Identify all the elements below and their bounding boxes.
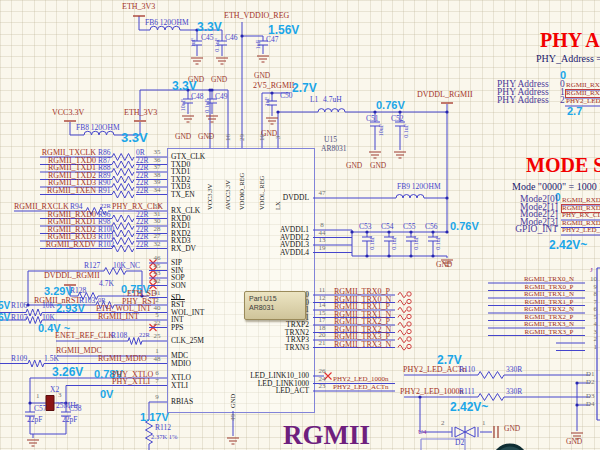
diff-pair-directive [398, 323, 406, 328]
voltage-annotation: 1.17V [140, 411, 169, 423]
component-ref-value[interactable]: L1 [310, 96, 318, 104]
section-formula: PHY_Address = [536, 54, 600, 64]
component-ref-value[interactable]: 0R [98, 297, 106, 304]
net-label[interactable]: PHY2_LED_ACTn [403, 366, 467, 374]
junction-dot [431, 254, 434, 257]
component-ref-value[interactable]: R110 [459, 366, 475, 374]
net-label[interactable]: RGMII_TRX3_N [515, 321, 583, 328]
component-ref-value[interactable]: R108 [111, 332, 127, 340]
component-ref-value[interactable]: R112 [155, 424, 171, 432]
net-label[interactable]: RGMII_TRX3_P [515, 329, 583, 336]
pin-name: GND [229, 388, 236, 408]
component-ref-value[interactable]: R91 [98, 187, 111, 195]
designator[interactable]: J [590, 267, 593, 274]
net-label[interactable]: DVDDL_RGMII [44, 272, 100, 280]
net-label[interactable]: RGMII_MDIO [98, 355, 147, 363]
resistor-symbol [112, 230, 134, 237]
component-ref-value[interactable]: C54 [381, 223, 394, 231]
component-ref-value[interactable]: C49 [215, 93, 228, 101]
net-label[interactable]: ENET_REF_CLK [55, 332, 114, 340]
component-ref-value[interactable]: C57 [34, 405, 47, 413]
component-ref-value[interactable]: R106 [11, 302, 27, 310]
net-label[interactable]: RGMII_TRX1_N [515, 291, 583, 298]
component-ref-value[interactable]: R109 [11, 355, 27, 363]
component-ref-value[interactable]: C47 [266, 36, 279, 44]
component-ref-value[interactable]: 1.5K [44, 355, 59, 363]
component-ref-value[interactable]: C45 [201, 34, 214, 42]
designator[interactable]: U15 [324, 136, 337, 144]
capacitor-value: 0.1uF [403, 124, 409, 138]
component-ref-value[interactable]: C55 [403, 223, 416, 231]
net-label[interactable]: PHY_XTLI [112, 378, 150, 386]
component-ref-value[interactable]: 4.7uH [323, 96, 342, 104]
component-ref-value[interactable]: 330R [506, 388, 522, 396]
net-label[interactable]: PHY2_LED_1000n [333, 376, 389, 383]
designator[interactable]: AR8031 [321, 145, 346, 153]
component-ref-value[interactable]: D2 [455, 439, 464, 447]
net-label[interactable]: RGMII_TRX3_N [334, 341, 394, 349]
component-ref-value[interactable]: R102 [98, 241, 114, 249]
component-ref-value[interactable]: C58 [69, 405, 82, 413]
component-ref-value[interactable]: R107 [11, 314, 27, 322]
component-ref-value[interactable]: C51 [366, 115, 379, 123]
component-ref-value[interactable]: C56 [425, 223, 438, 231]
component-ref-value[interactable]: 2.37K 1% [151, 434, 177, 441]
pin-number: 4 [207, 131, 214, 145]
net-label[interactable]: ETH_3V3 [124, 109, 157, 117]
net-label[interactable]: RGMII_RXD0 [566, 82, 600, 89]
component-ref-value[interactable]: 4.7K [99, 280, 114, 288]
component-ref-value[interactable]: 22R [136, 241, 149, 249]
net-label[interactable]: ETH_VDDIO_REG [224, 12, 289, 20]
pin-name: VCC3.3V [206, 152, 213, 210]
pin-number: 8 [314, 222, 330, 229]
component-ref-value[interactable]: C50 [280, 92, 293, 100]
assignment-row-label: GPIO_INT [498, 225, 558, 235]
pin-number: 6 [585, 306, 597, 313]
component-ref-value[interactable]: C48 [191, 93, 204, 101]
component-ref-value[interactable]: C52 [391, 115, 404, 123]
component-ref-value[interactable]: C53 [359, 223, 372, 231]
component-ref-value[interactable]: 22pF [27, 416, 42, 424]
component-ref-value[interactable]: 10K [42, 314, 55, 322]
net-label[interactable]: RGMII_TXEN [40, 187, 96, 195]
component-ref-value[interactable]: FB9 120OHM [397, 183, 441, 191]
net-label[interactable]: RGMII_TRX2_N [515, 306, 583, 313]
voltage-annotation: 3.26V [52, 365, 83, 379]
voltage-annotation: 2.7 [567, 105, 582, 117]
component-ref-value[interactable]: R127 [84, 262, 100, 270]
net-label[interactable]: PHY2_LED_ [562, 227, 600, 234]
component-ref-value[interactable]: 22R [100, 203, 111, 210]
net-label[interactable]: RGMII_RXD [562, 197, 600, 204]
component-ref-value[interactable]: 22R [136, 187, 149, 195]
component-ref-value[interactable]: FB6 120OHM [145, 19, 189, 27]
net-label[interactable]: PHY_RX_CL [562, 212, 600, 219]
capacitor-value: 0.1uF [369, 236, 375, 250]
gnd-symbol [216, 58, 228, 64]
component-ref-value[interactable]: C46 [225, 34, 238, 42]
pin-number: 21 [314, 340, 330, 347]
net-label[interactable]: PHY2_LED_ [566, 98, 600, 105]
component-ref-value[interactable]: 330R [506, 366, 522, 374]
net-label[interactable]: DVDDL_RGMII [417, 91, 473, 99]
component-ref-value[interactable]: R111 [459, 388, 475, 396]
net-label[interactable]: PHY2_LED_ACTn [333, 384, 389, 391]
section-formula: Mode "0000" = 1000 B [512, 182, 600, 192]
component-ref-value[interactable]: 10K_NC [113, 262, 140, 270]
net-label[interactable]: RGMII_MDC [56, 347, 102, 355]
net-label[interactable]: RGMII_TRX0_N [515, 276, 583, 283]
net-label[interactable]: RGMII_INT [98, 313, 139, 321]
component-ref-value[interactable]: 22pF [62, 416, 77, 424]
net-label[interactable]: 2V5_RGMII [253, 82, 294, 90]
net-label[interactable]: VCC3.3V [52, 109, 84, 117]
net-label[interactable]: PHY2_LED_1000n [400, 388, 464, 396]
component-ref-value[interactable]: 10K [42, 302, 55, 310]
net-label[interactable]: RGMII_RXDV [40, 241, 96, 249]
resistor-symbol [478, 372, 504, 379]
assignment-row-label: PHY Address [497, 96, 549, 106]
gnd-symbol [182, 116, 194, 122]
component-ref-value[interactable]: FB8 120OHM [76, 124, 120, 132]
net-label[interactable]: RGMII_RXD [566, 90, 600, 97]
net-label[interactable]: ETH_3V3 [122, 3, 155, 11]
junction-dot [350, 230, 353, 233]
designator[interactable]: U4 [418, 429, 427, 436]
